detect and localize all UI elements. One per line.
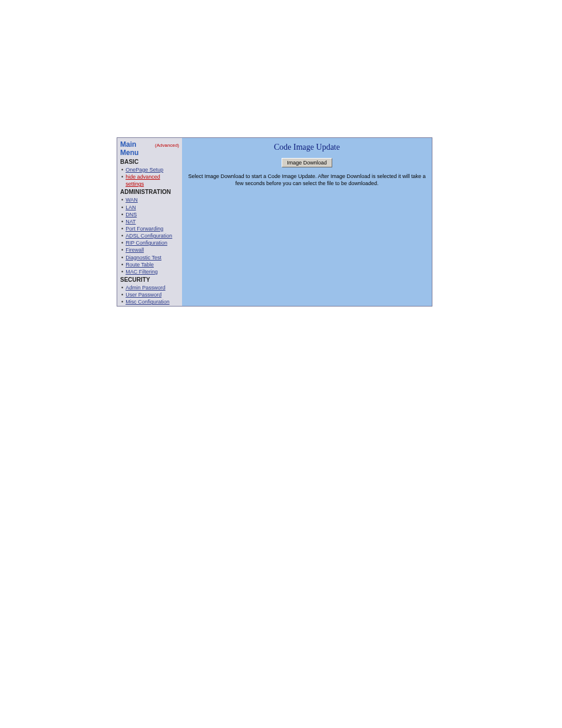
bullet-icon: •	[121, 225, 123, 232]
nav-item-mac-filtering[interactable]: •MAC Filtering	[120, 268, 179, 275]
nav-link-dns[interactable]: DNS	[125, 211, 137, 218]
nav-link-wan[interactable]: WAN	[125, 196, 138, 203]
nav-item-dns[interactable]: •DNS	[120, 211, 179, 218]
section-heading-basic: BASIC	[120, 159, 179, 165]
nav-item-nat[interactable]: •NAT	[120, 218, 179, 225]
nav-list-basic: • OnePage Setup • hide advanced settings	[120, 166, 179, 187]
nav-item-misc-config[interactable]: •Misc Configuration	[120, 298, 179, 305]
nav-link-port-forwarding[interactable]: Port Forwarding	[125, 225, 163, 232]
nav-item-wan[interactable]: •WAN	[120, 196, 179, 203]
nav-link-firewall[interactable]: Firewall	[125, 246, 144, 253]
nav-item-adsl-config[interactable]: •ADSL Configuration	[120, 232, 179, 239]
nav-item-onepage-setup[interactable]: • OnePage Setup	[120, 166, 179, 173]
nav-item-lan[interactable]: •LAN	[120, 204, 179, 211]
nav-item-firewall[interactable]: •Firewall	[120, 246, 179, 253]
bullet-icon: •	[121, 173, 123, 180]
bullet-icon: •	[121, 166, 123, 173]
nav-item-port-forwarding[interactable]: •Port Forwarding	[120, 225, 179, 232]
bullet-icon: •	[121, 291, 123, 298]
nav-item-route-table[interactable]: •Route Table	[120, 261, 179, 268]
page-title: Code Image Update	[188, 143, 426, 152]
bullet-icon: •	[121, 284, 123, 291]
bullet-icon: •	[121, 196, 123, 203]
bullet-icon: •	[121, 268, 123, 275]
nav-list-security: •Admin Password •User Password •Misc Con…	[120, 284, 179, 306]
nav-link-admin-password[interactable]: Admin Password	[125, 284, 166, 291]
nav-item-hide-advanced[interactable]: • hide advanced settings	[120, 173, 179, 187]
nav-item-user-password[interactable]: •User Password	[120, 291, 179, 298]
nav-item-diagnostic[interactable]: •Diagnostic Test	[120, 254, 179, 261]
section-heading-security: SECURITY	[120, 276, 179, 283]
main-menu-title: Main Menu	[120, 140, 149, 157]
nav-link-diagnostic[interactable]: Diagnostic Test	[125, 254, 161, 261]
nav-link-onepage-setup[interactable]: OnePage Setup	[125, 166, 163, 173]
image-download-button[interactable]: Image Download	[282, 158, 332, 167]
nav-link-lan[interactable]: LAN	[125, 204, 136, 211]
app-window: Main Menu (Advanced) BASIC • OnePage Set…	[117, 137, 432, 307]
nav-link-rip-config[interactable]: RIP Configuration	[125, 239, 167, 246]
nav-link-adsl-config[interactable]: ADSL Configuration	[125, 232, 172, 239]
bullet-icon: •	[121, 232, 123, 239]
main-menu-header: Main Menu (Advanced)	[120, 140, 179, 157]
help-text: Select Image Download to start a Code Im…	[188, 173, 426, 187]
bullet-icon: •	[121, 305, 123, 306]
bullet-icon: •	[121, 261, 123, 268]
nav-link-route-table[interactable]: Route Table	[125, 261, 154, 268]
content-pane: Code Image Update Image Download Select …	[182, 138, 432, 306]
nav-link-mac-filtering[interactable]: MAC Filtering	[125, 268, 158, 275]
bullet-icon: •	[121, 211, 123, 218]
nav-link-system-log[interactable]: System Log	[125, 305, 154, 306]
nav-link-user-password[interactable]: User Password	[125, 291, 161, 298]
nav-item-system-log[interactable]: •System Log	[120, 305, 179, 306]
bullet-icon: •	[121, 239, 123, 246]
bullet-icon: •	[121, 204, 123, 211]
nav-list-administration: •WAN •LAN •DNS •NAT •Port Forwarding •AD…	[120, 196, 179, 275]
nav-link-hide-advanced[interactable]: hide advanced settings	[125, 173, 179, 187]
nav-link-misc-config[interactable]: Misc Configuration	[125, 298, 170, 305]
nav-item-admin-password[interactable]: •Admin Password	[120, 284, 179, 291]
bullet-icon: •	[121, 218, 123, 225]
nav-link-nat[interactable]: NAT	[125, 218, 135, 225]
nav-item-rip-config[interactable]: •RIP Configuration	[120, 239, 179, 246]
sidebar[interactable]: Main Menu (Advanced) BASIC • OnePage Set…	[117, 138, 182, 306]
bullet-icon: •	[121, 254, 123, 261]
bullet-icon: •	[121, 298, 123, 305]
section-heading-administration: ADMINISTRATION	[120, 189, 179, 195]
bullet-icon: •	[121, 246, 123, 253]
advanced-label: (Advanced)	[155, 143, 179, 148]
